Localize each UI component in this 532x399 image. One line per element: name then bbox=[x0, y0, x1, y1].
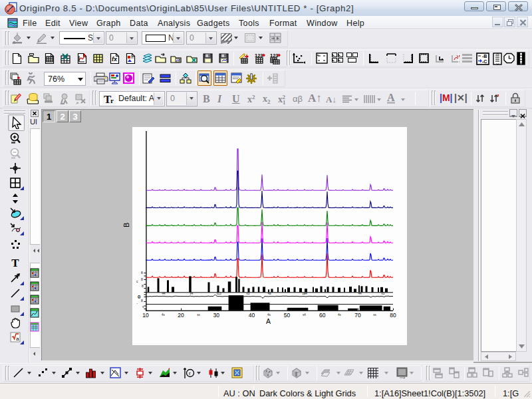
svg-text:ss: ss bbox=[373, 313, 376, 317]
svg-text:8: 8 bbox=[141, 271, 143, 275]
svg-text:10: 10 bbox=[142, 312, 149, 319]
svg-text:-C: -C bbox=[482, 59, 487, 64]
svg-text:50: 50 bbox=[284, 312, 291, 319]
svg-text:-: - bbox=[137, 301, 138, 305]
svg-text:s: s bbox=[142, 305, 144, 309]
svg-text:x3: x3 bbox=[382, 292, 385, 295]
svg-text:4a: 4a bbox=[267, 292, 271, 295]
svg-text:40: 40 bbox=[249, 312, 255, 319]
svg-text:s4: s4 bbox=[303, 313, 306, 317]
svg-text:8: 8 bbox=[141, 277, 143, 281]
svg-text:3a4: 3a4 bbox=[302, 292, 307, 295]
svg-text:4s: 4s bbox=[267, 313, 271, 317]
svg-text:ss: ss bbox=[197, 313, 200, 317]
svg-text:30: 30 bbox=[213, 312, 220, 319]
svg-text:a: a bbox=[16, 336, 19, 342]
svg-text:8: 8 bbox=[142, 284, 144, 288]
svg-text:44: 44 bbox=[358, 292, 362, 295]
svg-text:r: r bbox=[189, 370, 191, 376]
svg-text:313: 313 bbox=[216, 292, 221, 295]
svg-text:60: 60 bbox=[319, 312, 326, 319]
svg-text:x3: x3 bbox=[247, 292, 250, 295]
svg-text:8: 8 bbox=[141, 299, 143, 303]
svg-text:0: 0 bbox=[138, 294, 141, 300]
svg-text:c: c bbox=[136, 279, 138, 283]
svg-text:44: 44 bbox=[162, 292, 166, 295]
svg-text:x4: x4 bbox=[190, 292, 194, 295]
svg-text:20: 20 bbox=[178, 312, 184, 319]
svg-text:4s: 4s bbox=[338, 313, 342, 317]
svg-text:fx: fx bbox=[112, 56, 118, 63]
svg-text:4s: 4s bbox=[162, 313, 166, 317]
svg-text:A: A bbox=[266, 317, 271, 325]
svg-text:-B: -B bbox=[482, 54, 487, 59]
svg-text:80: 80 bbox=[390, 312, 396, 319]
svg-text:T: T bbox=[11, 257, 19, 269]
svg-text:70: 70 bbox=[354, 312, 361, 319]
